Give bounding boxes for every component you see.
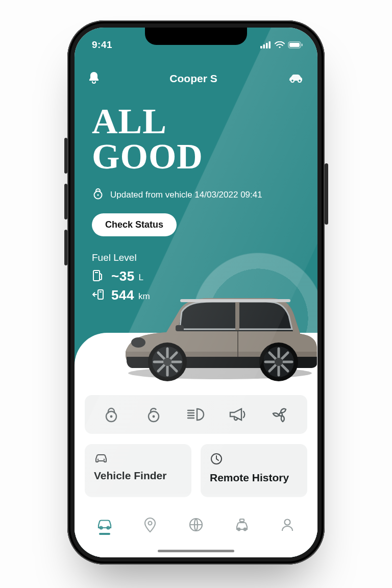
vehicle-finder-card[interactable]: Vehicle Finder bbox=[85, 444, 191, 497]
nav-discover[interactable] bbox=[181, 518, 211, 537]
nav-vehicle[interactable] bbox=[89, 518, 120, 535]
ventilation-button[interactable] bbox=[265, 399, 296, 430]
info-cards: Vehicle Finder Remote History bbox=[85, 444, 307, 497]
svg-point-42 bbox=[104, 459, 105, 460]
cellular-icon bbox=[260, 41, 272, 48]
phone-frame: 9:41 Cooper S bbox=[67, 20, 325, 565]
lower-content: Vehicle Finder Remote History bbox=[75, 395, 317, 497]
svg-rect-3 bbox=[269, 41, 271, 48]
nav-profile[interactable] bbox=[272, 518, 303, 537]
fuel-amount: ~35 bbox=[111, 268, 135, 284]
lock-status-row: Updated from vehicle 14/03/2022 09:41 bbox=[92, 187, 307, 202]
svg-point-8 bbox=[291, 79, 294, 82]
fuel-label: Fuel Level bbox=[92, 252, 150, 263]
battery-icon bbox=[288, 41, 303, 48]
fuel-range: 544 bbox=[111, 287, 134, 303]
lights-button[interactable] bbox=[181, 399, 211, 430]
fuel-pump-icon bbox=[92, 269, 105, 284]
svg-point-51 bbox=[285, 520, 290, 525]
remote-history-card[interactable]: Remote History bbox=[201, 444, 307, 497]
status-headline-line1: ALL bbox=[92, 102, 167, 141]
check-status-button[interactable]: Check Status bbox=[92, 213, 177, 236]
home-indicator bbox=[158, 550, 234, 552]
car-icon bbox=[94, 452, 182, 465]
quick-actions-bar bbox=[85, 395, 307, 434]
svg-point-11 bbox=[97, 194, 99, 196]
wifi-icon bbox=[275, 41, 285, 48]
svg-rect-0 bbox=[260, 46, 262, 48]
svg-point-29 bbox=[275, 358, 283, 366]
horn-button[interactable] bbox=[223, 399, 254, 430]
fuel-block: Fuel Level ~35 L 544 km bbox=[92, 252, 150, 306]
svg-point-41 bbox=[97, 459, 99, 460]
svg-point-35 bbox=[152, 415, 155, 418]
last-updated-text: Updated from vehicle 14/03/2022 09:41 bbox=[110, 190, 262, 200]
svg-point-33 bbox=[110, 415, 112, 418]
nav-active-indicator bbox=[99, 533, 110, 535]
svg-rect-13 bbox=[98, 290, 103, 299]
vehicle-switcher-button[interactable] bbox=[287, 72, 304, 85]
lock-icon bbox=[92, 187, 104, 202]
range-icon bbox=[92, 288, 105, 303]
app-header: Cooper S bbox=[75, 64, 317, 93]
svg-rect-48 bbox=[240, 519, 244, 522]
svg-point-4 bbox=[279, 46, 280, 48]
nav-service[interactable] bbox=[227, 518, 257, 537]
notch bbox=[145, 28, 247, 45]
svg-rect-6 bbox=[289, 43, 300, 47]
screen: 9:41 Cooper S bbox=[75, 28, 317, 557]
svg-rect-31 bbox=[176, 325, 184, 331]
fuel-range-unit: km bbox=[138, 291, 150, 303]
status-hero: ALL GOOD Updated from vehicle 14/03/2022… bbox=[92, 104, 307, 236]
clock-icon bbox=[210, 452, 298, 468]
card-title: Remote History bbox=[210, 472, 298, 484]
fuel-range-row: 544 km bbox=[92, 287, 150, 303]
nav-map[interactable] bbox=[135, 518, 165, 538]
svg-rect-1 bbox=[263, 44, 265, 48]
notifications-button[interactable] bbox=[88, 71, 100, 86]
card-title: Vehicle Finder bbox=[94, 470, 182, 482]
status-headline: ALL GOOD bbox=[92, 104, 307, 174]
svg-rect-15 bbox=[235, 302, 239, 330]
vehicle-name[interactable]: Cooper S bbox=[169, 72, 217, 85]
svg-rect-7 bbox=[302, 44, 303, 46]
unlock-button[interactable] bbox=[138, 399, 169, 430]
status-indicators bbox=[260, 41, 303, 48]
svg-point-46 bbox=[149, 522, 152, 525]
svg-point-9 bbox=[298, 79, 301, 82]
svg-rect-2 bbox=[266, 43, 268, 48]
svg-point-30 bbox=[131, 337, 145, 348]
lock-button[interactable] bbox=[96, 399, 127, 430]
fuel-amount-row: ~35 L bbox=[92, 268, 150, 284]
fuel-amount-unit: L bbox=[139, 273, 143, 284]
status-headline-line2: GOOD bbox=[92, 137, 203, 176]
svg-point-22 bbox=[163, 358, 172, 366]
